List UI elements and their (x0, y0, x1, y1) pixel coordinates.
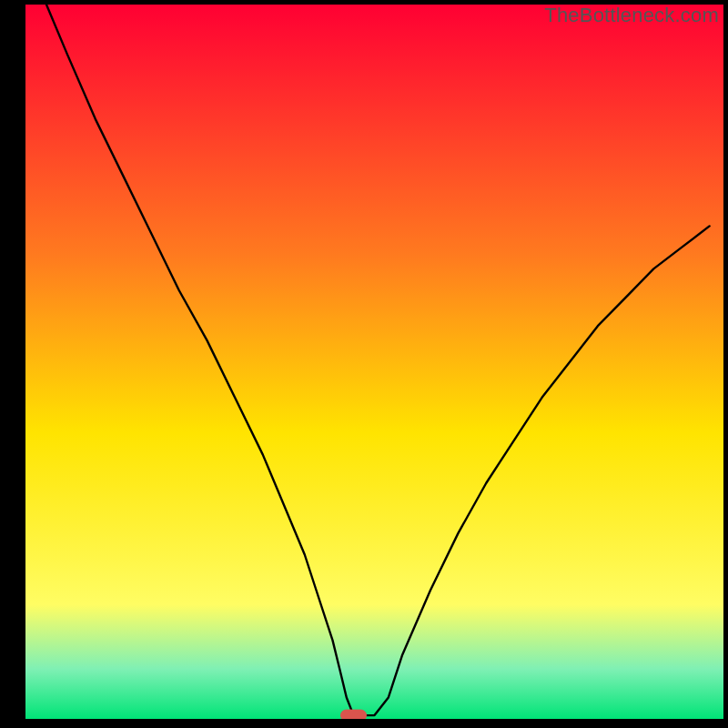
bottleneck-chart: TheBottleneck.com (0, 0, 728, 728)
plot-background (25, 5, 723, 719)
watermark-text: TheBottleneck.com (544, 4, 719, 27)
chart-svg (0, 0, 728, 728)
